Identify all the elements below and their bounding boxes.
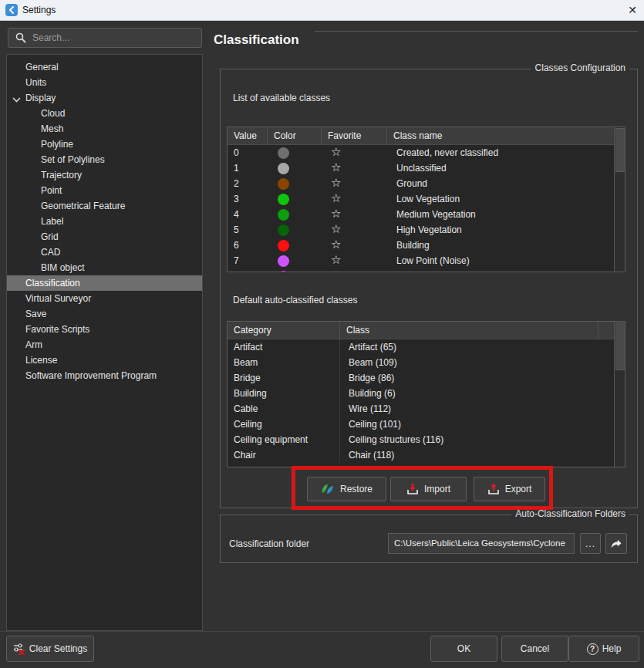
class-name: Ground [387, 176, 625, 191]
settings-tree: GeneralUnitsDisplayCloudMeshPolylineSet … [6, 54, 203, 631]
sidebar-item-general[interactable]: General [7, 59, 202, 75]
class-color-swatch[interactable] [278, 178, 289, 190]
sidebar-item-geometrical-feature[interactable]: Geometrical Feature [7, 198, 202, 214]
favorite-star-icon[interactable]: ☆ [331, 160, 341, 174]
class-table-row[interactable]: 4☆Medium Vegetation [228, 207, 625, 222]
browse-button[interactable]: ... [580, 533, 601, 554]
col-class-name: Class name [387, 127, 625, 144]
auto-class-row[interactable]: BridgeBridge (86) [228, 370, 625, 386]
auto-class-row[interactable]: CeilingCeiling (101) [228, 417, 625, 432]
class-table-row[interactable]: 5☆High Vegetation [228, 222, 625, 238]
sidebar-item-bim-object[interactable]: BIM object [7, 260, 202, 275]
class-color-swatch[interactable] [278, 209, 289, 221]
sidebar-item-software-improvement-program[interactable]: Software Improvement Program [7, 368, 202, 383]
auto-class-row[interactable]: CableWire (112) [228, 401, 625, 417]
auto-class-row[interactable]: BuildingBuilding (6) [228, 386, 625, 401]
export-button[interactable]: Export [474, 477, 545, 501]
sidebar-item-point[interactable]: Point [7, 183, 202, 198]
class-table-row[interactable]: 0☆Created, never classified [228, 145, 625, 160]
sidebar-item-favorite-scripts[interactable]: Favorite Scripts [7, 322, 202, 337]
col-favorite: Favorite [322, 127, 387, 144]
sidebar-item-display[interactable]: Display [7, 90, 202, 106]
auto-class-row[interactable]: BeamBeam (109) [228, 355, 625, 370]
category-cell: Bridge [228, 370, 340, 386]
import-button[interactable]: Import [390, 477, 467, 501]
clear-settings-button[interactable]: Clear Settings [6, 636, 94, 662]
sidebar-item-save[interactable]: Save [7, 306, 202, 322]
sidebar-item-cloud[interactable]: Cloud [7, 106, 202, 121]
class-table-row[interactable]: ☆ [228, 268, 625, 272]
class-name: Low Point (Noise) [387, 253, 625, 268]
sidebar-item-cad[interactable]: CAD [7, 245, 202, 260]
sidebar-item-license[interactable]: License [7, 353, 202, 368]
class-value: 2 [228, 176, 268, 191]
sidebar-item-set-of-polylines[interactable]: Set of Polylines [7, 152, 202, 167]
auto-classified-label: Default auto-classified classes [233, 295, 357, 305]
favorite-star-icon[interactable]: ☆ [331, 268, 341, 272]
class-color-swatch[interactable] [278, 240, 289, 251]
sidebar-item-grid[interactable]: Grid [7, 229, 202, 245]
auto-classified-table[interactable]: Category Class ArtifactArtifact (65)Beam… [227, 321, 625, 467]
class-color-swatch[interactable] [278, 147, 289, 159]
sidebar-item-label: Virtual Surveyor [25, 293, 91, 304]
class-color-swatch[interactable] [278, 255, 289, 267]
auto-table-header: Category Class [228, 322, 625, 339]
class-color-swatch[interactable] [278, 224, 289, 236]
sidebar-item-trajectory[interactable]: Trajectory [7, 167, 202, 183]
favorite-star-icon[interactable]: ☆ [331, 191, 341, 204]
auto-table-scrollbar[interactable] [614, 322, 625, 467]
sidebar-item-classification[interactable]: Classification [7, 275, 202, 291]
favorite-star-icon[interactable]: ☆ [331, 238, 341, 251]
sidebar-item-units[interactable]: Units [7, 75, 202, 90]
classes-table[interactable]: Value Color Favorite Class name 0☆Create… [227, 127, 625, 272]
sidebar-item-arm[interactable]: Arm [7, 337, 202, 353]
sidebar-item-label: Cloud [41, 108, 65, 119]
class-table-row[interactable]: 1☆Unclassified [228, 160, 625, 176]
class-color-swatch[interactable] [278, 194, 289, 205]
class-table-row[interactable]: 7☆Low Point (Noise) [228, 253, 625, 268]
favorite-star-icon[interactable]: ☆ [331, 222, 341, 235]
clear-settings-icon [13, 643, 26, 655]
sidebar-item-polyline[interactable]: Polyline [7, 137, 202, 152]
class-value: 4 [228, 207, 268, 222]
class-value: 3 [228, 191, 268, 207]
auto-class-row[interactable]: ArtifactArtifact (65) [228, 339, 625, 355]
sidebar-item-virtual-surveyor[interactable]: Virtual Surveyor [7, 291, 202, 306]
open-folder-icon[interactable] [605, 533, 627, 554]
class-cell: Ceiling (101) [340, 417, 625, 432]
class-name: Created, never classified [387, 145, 625, 160]
close-icon[interactable]: ✕ [621, 1, 644, 19]
help-button[interactable]: ? Help [568, 636, 639, 662]
classes-table-header: Value Color Favorite Class name [228, 127, 625, 145]
cancel-button[interactable]: Cancel [501, 636, 568, 662]
auto-class-row[interactable]: Ceiling equipmentCeiling structures (116… [228, 432, 625, 447]
restore-button[interactable]: Restore [307, 477, 386, 501]
classification-folder-field[interactable]: C:\Users\Public\Leica Geosystems\Cyclone [388, 533, 575, 554]
help-label: Help [602, 643, 622, 654]
class-table-row[interactable]: 3☆Low Vegetation [228, 191, 625, 207]
classes-table-scrollbar[interactable] [614, 127, 625, 272]
class-color-swatch[interactable] [278, 163, 289, 174]
sidebar-item-label[interactable]: Label [7, 214, 202, 229]
favorite-star-icon[interactable]: ☆ [331, 176, 341, 189]
sidebar-item-label: Polyline [41, 139, 73, 150]
auto-class-row[interactable]: ChairChair (118) [228, 447, 625, 463]
class-value: 5 [228, 222, 268, 238]
scrollbar-thumb[interactable] [615, 322, 625, 370]
favorite-star-icon[interactable]: ☆ [331, 145, 341, 158]
classes-configuration-group: Classes Configuration List of available … [220, 69, 638, 508]
class-color-swatch[interactable] [278, 271, 289, 273]
ok-button[interactable]: OK [430, 636, 497, 662]
sidebar-item-label: Grid [41, 231, 59, 242]
class-cell: Wire (112) [340, 401, 625, 417]
class-name: Medium Vegetation [387, 207, 625, 222]
scrollbar-thumb[interactable] [615, 128, 625, 172]
sidebar-item-mesh[interactable]: Mesh [7, 121, 202, 137]
search-input[interactable]: Search... [8, 28, 202, 48]
col-color: Color [268, 127, 322, 144]
class-table-row[interactable]: 2☆Ground [228, 176, 625, 191]
favorite-star-icon[interactable]: ☆ [331, 253, 341, 266]
favorite-star-icon[interactable]: ☆ [331, 207, 341, 220]
search-placeholder: Search... [32, 32, 69, 43]
class-table-row[interactable]: 6☆Building [228, 238, 625, 253]
